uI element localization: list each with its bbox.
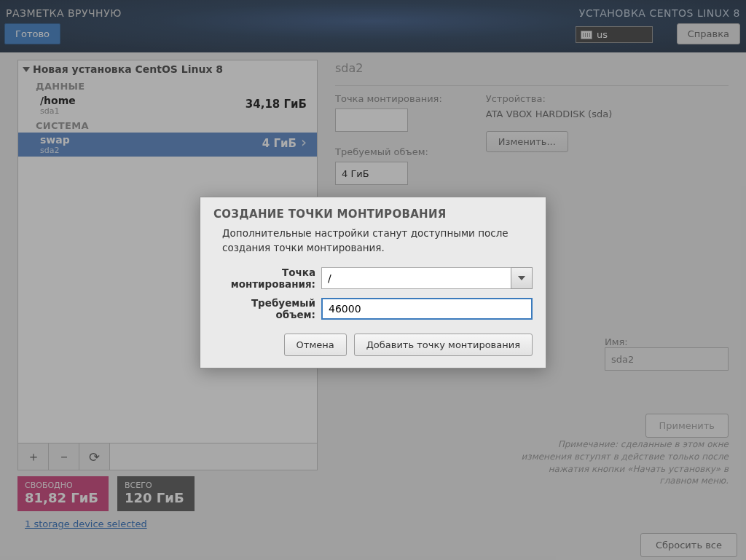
chevron-down-icon[interactable] [511, 267, 533, 289]
dialog-message: Дополнительные настройки станут доступны… [222, 226, 533, 255]
dialog-capacity-label: Требуемый объем: [213, 297, 315, 320]
dialog-title: СОЗДАНИЕ ТОЧКИ МОНТИРОВАНИЯ [213, 208, 533, 221]
dialog-mount-label: Точка монтирования: [213, 267, 315, 290]
mount-point-combobox[interactable] [321, 267, 533, 289]
dialog-capacity-input[interactable] [321, 298, 533, 320]
add-mountpoint-dialog: СОЗДАНИЕ ТОЧКИ МОНТИРОВАНИЯ Дополнительн… [200, 197, 546, 368]
mount-point-combo-input[interactable] [321, 267, 511, 289]
cancel-button[interactable]: Отмена [284, 334, 347, 356]
add-mountpoint-button[interactable]: Добавить точку монтирования [354, 334, 533, 356]
